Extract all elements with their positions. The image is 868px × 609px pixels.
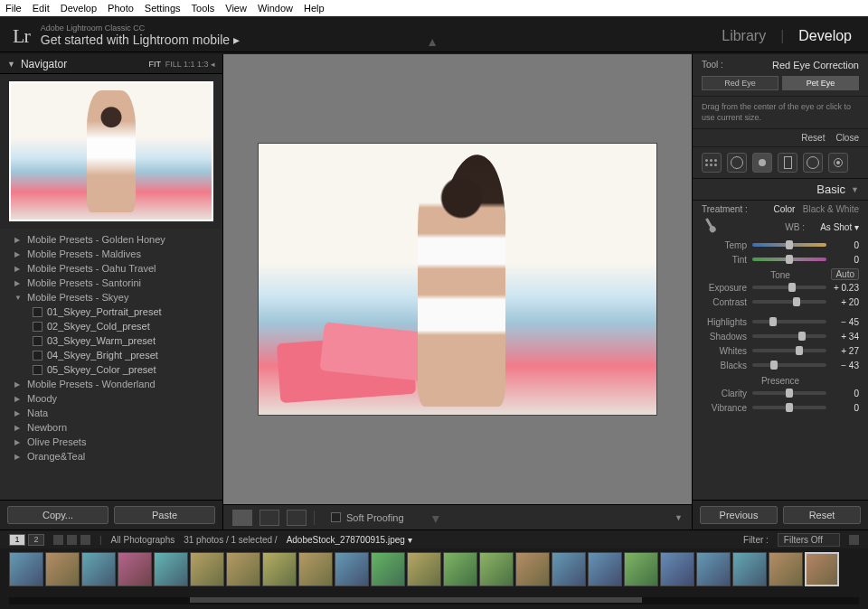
current-filename[interactable]: AdobeStock_278700915.jpeg ▾ (287, 535, 412, 545)
filmstrip-thumb[interactable] (335, 552, 369, 586)
filmstrip-thumb[interactable] (262, 552, 297, 586)
filter-dropdown[interactable]: Filters Off (778, 533, 840, 547)
display-1[interactable]: 1 (9, 534, 25, 546)
grid-icon[interactable] (53, 535, 63, 545)
collection-name[interactable]: All Photographs (111, 535, 175, 545)
preset-folder[interactable]: ▶Mobile Presets - Golden Honey (0, 232, 222, 247)
module-develop[interactable]: Develop (798, 28, 852, 44)
preset-folder[interactable]: ▶Olive Presets (0, 435, 222, 449)
grad-tool-icon[interactable] (778, 153, 797, 173)
highlights-slider[interactable]: Highlights− 45 (693, 314, 868, 329)
header-title[interactable]: Get started with Lightroom mobile ▸ (41, 33, 722, 47)
filmstrip-thumb[interactable] (190, 552, 224, 586)
filmstrip-thumb[interactable] (226, 552, 260, 586)
auto-tone-button[interactable]: Auto (831, 268, 859, 280)
reset-button[interactable]: Reset (783, 506, 861, 524)
previous-button[interactable]: Previous (700, 506, 778, 524)
navigator-preview[interactable] (0, 74, 222, 229)
wb-dropdown[interactable]: As Shot ▾ (805, 222, 859, 232)
preset-item[interactable]: 01_Skyey_Portrait_preset (0, 304, 222, 319)
preset-folder-open[interactable]: ▼Mobile Presets - Skyey (0, 290, 222, 304)
menu-window[interactable]: Window (258, 3, 293, 14)
filmstrip-thumb[interactable] (588, 552, 622, 586)
filmstrip-thumb[interactable] (407, 552, 441, 586)
filmstrip-thumb[interactable] (479, 552, 514, 586)
blacks-slider[interactable]: Blacks− 43 (693, 358, 868, 372)
filmstrip-thumb[interactable] (769, 552, 803, 586)
view-loupe-button[interactable] (232, 510, 252, 526)
navigator-zoom[interactable]: FIT FILL 1:1 1:3 ◂ (148, 60, 215, 69)
vibrance-slider[interactable]: Vibrance0 (693, 400, 868, 415)
preset-folder[interactable]: ▶Mobile Presets - Oahu Travel (0, 261, 222, 276)
filmstrip-thumb[interactable] (660, 552, 694, 586)
filmstrip-thumb[interactable] (443, 552, 477, 586)
soft-proofing-checkbox[interactable] (331, 512, 341, 522)
filmstrip-thumb[interactable] (154, 552, 188, 586)
redeye-tool-icon[interactable] (752, 153, 772, 173)
preset-folder[interactable]: ▶Newborn (0, 420, 222, 435)
filmstrip-thumb[interactable] (696, 552, 731, 586)
filmstrip-thumb[interactable] (515, 552, 550, 586)
collapse-bottom-icon[interactable]: ◂ (425, 514, 443, 523)
view-before-after-tb-button[interactable] (287, 510, 307, 526)
preset-item[interactable]: 03_Skyey_Warm_preset (0, 333, 222, 348)
preset-item[interactable]: 05_Skyey_Color _preset (0, 362, 222, 377)
treatment-bw[interactable]: Black & White (803, 204, 859, 214)
tab-pet-eye[interactable]: Pet Eye (782, 76, 859, 90)
filmstrip-thumb[interactable] (732, 552, 767, 586)
menu-view[interactable]: View (225, 3, 247, 14)
exposure-slider[interactable]: Exposure+ 0.23 (693, 280, 868, 295)
menu-develop[interactable]: Develop (61, 3, 97, 14)
preset-folder[interactable]: ▶Orange&Teal (0, 449, 222, 464)
preset-folder[interactable]: ▶Moody (0, 391, 222, 406)
basic-panel-header[interactable]: Basic▼ (693, 179, 868, 201)
tool-reset-button[interactable]: Reset (801, 133, 825, 143)
temp-slider[interactable]: Temp 0 (693, 238, 868, 252)
filmstrip-thumb[interactable] (118, 552, 152, 586)
paste-button[interactable]: Paste (114, 506, 215, 524)
spot-tool-icon[interactable] (727, 153, 747, 173)
preset-folder[interactable]: ▶Mobile Presets - Maldives (0, 247, 222, 261)
filmstrip-thumb[interactable] (371, 552, 405, 586)
filmstrip-thumb[interactable] (81, 552, 116, 586)
filmstrip-scrollbar[interactable] (9, 597, 859, 604)
filmstrip[interactable] (0, 548, 868, 595)
forward-icon[interactable] (80, 535, 90, 545)
preset-folder[interactable]: ▶Mobile Presets - Santorini (0, 276, 222, 290)
filmstrip-thumb[interactable] (552, 552, 586, 586)
filmstrip-thumb[interactable] (624, 552, 658, 586)
brush-tool-icon[interactable] (828, 153, 848, 173)
filter-lock-icon[interactable] (849, 535, 859, 545)
contrast-slider[interactable]: Contrast+ 20 (693, 295, 868, 309)
shadows-slider[interactable]: Shadows+ 34 (693, 329, 868, 343)
tab-red-eye[interactable]: Red Eye (702, 76, 778, 90)
display-2[interactable]: 2 (28, 534, 44, 546)
menu-edit[interactable]: Edit (33, 3, 50, 14)
filmstrip-thumb[interactable] (805, 552, 839, 586)
treatment-color[interactable]: Color (774, 204, 796, 214)
crop-tool-icon[interactable] (702, 153, 722, 173)
preset-folder[interactable]: ▶Nata (0, 406, 222, 420)
navigator-header[interactable]: ▼ Navigator FIT FILL 1:1 1:3 ◂ (0, 54, 222, 74)
clarity-slider[interactable]: Clarity0 (693, 386, 868, 400)
filmstrip-thumb[interactable] (298, 552, 333, 586)
collapse-top-icon[interactable]: ◂ (425, 39, 443, 48)
whites-slider[interactable]: Whites+ 27 (693, 343, 868, 358)
preset-folder[interactable]: ▶Mobile Presets - Wonderland (0, 377, 222, 391)
menu-help[interactable]: Help (304, 3, 325, 14)
menu-file[interactable]: File (5, 3, 22, 14)
soft-proofing[interactable]: Soft Proofing (331, 512, 404, 523)
tool-close-button[interactable]: Close (835, 133, 859, 143)
filmstrip-thumb[interactable] (9, 552, 43, 586)
radial-tool-icon[interactable] (803, 153, 823, 173)
tint-slider[interactable]: Tint 0 (693, 252, 868, 267)
back-icon[interactable] (67, 535, 77, 545)
filmstrip-thumb[interactable] (45, 552, 80, 586)
menu-tools[interactable]: Tools (192, 3, 215, 14)
menu-photo[interactable]: Photo (108, 3, 134, 14)
canvas[interactable] (223, 54, 692, 504)
toolbar-menu-icon[interactable]: ▼ (675, 513, 683, 522)
menu-settings[interactable]: Settings (145, 3, 181, 14)
view-before-after-lr-button[interactable] (259, 510, 279, 526)
preset-item[interactable]: 04_Skyey_Bright _preset (0, 348, 222, 362)
